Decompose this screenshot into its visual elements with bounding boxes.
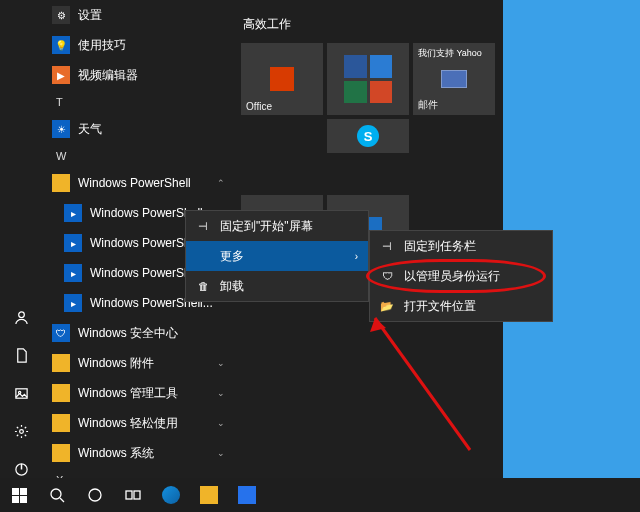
tips-icon: 💡 (52, 36, 70, 54)
tiles-group-title: 高效工作 (243, 16, 495, 33)
settings-icon[interactable] (0, 412, 42, 450)
powershell-icon: ▸ (64, 264, 82, 282)
app-label: 设置 (78, 7, 102, 24)
skype-icon: S (357, 125, 379, 147)
app-label: 视频编辑器 (78, 67, 138, 84)
app-label: Windows 安全中心 (78, 325, 178, 342)
folder-icon (52, 354, 70, 372)
app-video-editor[interactable]: ▶视频编辑器 (42, 60, 233, 90)
documents-icon[interactable] (0, 336, 42, 374)
svg-point-7 (51, 489, 61, 499)
ctx-more[interactable]: 更多› (186, 241, 368, 271)
taskbar-explorer[interactable] (190, 478, 228, 512)
weather-icon: ☀ (52, 120, 70, 138)
pin-icon: ⊣ (380, 240, 394, 253)
tile-office[interactable]: Office (241, 43, 323, 115)
app-weather[interactable]: ☀天气 (42, 114, 233, 144)
app-settings[interactable]: ⚙设置 (42, 0, 233, 30)
folder-icon (52, 444, 70, 462)
tile-office-apps[interactable] (327, 43, 409, 115)
folder-icon (52, 414, 70, 432)
shield-admin-icon: 🛡 (380, 270, 394, 282)
alpha-header-t[interactable]: T (42, 90, 233, 114)
folder-icon (52, 174, 70, 192)
chevron-right-icon: › (355, 251, 358, 262)
svg-point-0 (18, 311, 24, 317)
cortana-button[interactable] (76, 478, 114, 512)
folder-open-icon: 📂 (380, 300, 394, 313)
alpha-header-w[interactable]: W (42, 144, 233, 168)
search-button[interactable] (38, 478, 76, 512)
folder-icon (200, 486, 218, 504)
powershell-icon: ▸ (64, 294, 82, 312)
store-icon (238, 486, 256, 504)
svg-rect-9 (126, 491, 132, 499)
pin-icon: ⊣ (196, 220, 210, 233)
chevron-down-icon: ⌄ (217, 388, 225, 398)
chevron-down-icon: ⌄ (217, 418, 225, 428)
app-ease[interactable]: Windows 轻松使用⌄ (42, 408, 233, 438)
powershell-icon: ▸ (64, 204, 82, 222)
trash-icon: 🗑 (196, 280, 210, 292)
context-menu: ⊣固定到"开始"屏幕 更多› 🗑卸载 (185, 210, 369, 302)
sub-pin-taskbar[interactable]: ⊣固定到任务栏 (370, 231, 552, 261)
app-label: Windows 轻松使用 (78, 415, 178, 432)
app-powershell-folder[interactable]: Windows PowerShell⌃ (42, 168, 233, 198)
app-admin-tools[interactable]: Windows 管理工具⌄ (42, 378, 233, 408)
app-label: 使用技巧 (78, 37, 126, 54)
svg-rect-10 (134, 491, 140, 499)
sub-run-admin[interactable]: 🛡以管理员身份运行 (370, 261, 552, 291)
app-label: 天气 (78, 121, 102, 138)
context-submenu: ⊣固定到任务栏 🛡以管理员身份运行 📂打开文件位置 (369, 230, 553, 322)
chevron-up-icon: ⌃ (217, 178, 225, 188)
app-label: Windows PowerShell (78, 176, 191, 190)
app-label: Windows 管理工具 (78, 385, 178, 402)
tile-skype[interactable]: S (327, 119, 409, 153)
svg-point-3 (19, 429, 23, 433)
app-tips[interactable]: 💡使用技巧 (42, 30, 233, 60)
app-system[interactable]: Windows 系统⌄ (42, 438, 233, 468)
taskbar-store[interactable] (228, 478, 266, 512)
app-label: Windows 附件 (78, 355, 154, 372)
start-rail (0, 0, 42, 492)
video-icon: ▶ (52, 66, 70, 84)
powershell-icon: ▸ (64, 234, 82, 252)
taskbar (0, 478, 640, 512)
app-security[interactable]: 🛡Windows 安全中心 (42, 318, 233, 348)
taskbar-edge[interactable] (152, 478, 190, 512)
svg-point-8 (89, 489, 101, 501)
chevron-down-icon: ⌄ (217, 358, 225, 368)
task-view-button[interactable] (114, 478, 152, 512)
pictures-icon[interactable] (0, 374, 42, 412)
tile-mail[interactable]: 邮件我们支持 Yahoo (413, 43, 495, 115)
shield-icon: 🛡 (52, 324, 70, 342)
gear-icon: ⚙ (52, 6, 70, 24)
office-icon (270, 67, 294, 91)
ctx-pin-start[interactable]: ⊣固定到"开始"屏幕 (186, 211, 368, 241)
start-button[interactable] (0, 478, 38, 512)
app-label: Windows 系统 (78, 445, 154, 462)
app-accessories[interactable]: Windows 附件⌄ (42, 348, 233, 378)
chevron-down-icon: ⌄ (217, 448, 225, 458)
edge-icon (162, 486, 180, 504)
folder-icon (52, 384, 70, 402)
svg-rect-1 (15, 388, 26, 397)
office-apps-icon (344, 55, 392, 103)
mail-icon (441, 70, 467, 88)
user-account-icon[interactable] (0, 298, 42, 336)
windows-icon (12, 488, 27, 503)
ctx-uninstall[interactable]: 🗑卸载 (186, 271, 368, 301)
sub-open-location[interactable]: 📂打开文件位置 (370, 291, 552, 321)
